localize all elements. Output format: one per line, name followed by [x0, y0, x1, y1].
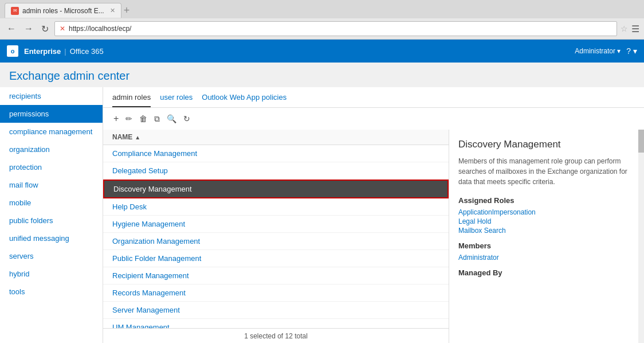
- address-bar-row: ← → ↻ ✕ https://localhost/ecp/ ☆ ☰: [0, 18, 644, 39]
- refresh-button[interactable]: ↻: [39, 22, 51, 36]
- tab-close-btn[interactable]: ✕: [110, 7, 115, 14]
- sort-arrow-icon: ▲: [135, 134, 140, 141]
- detail-panel: Discovery Management Members of this man…: [449, 130, 644, 343]
- main-layout: recipients permissions compliance manage…: [0, 87, 644, 343]
- content-area: admin roles user roles Outlook Web App p…: [103, 87, 644, 343]
- list-item[interactable]: Organization Management: [103, 233, 449, 250]
- app-body: Exchange admin center recipients permiss…: [0, 63, 644, 343]
- product-label: Office 365: [70, 47, 104, 56]
- assigned-role-item: Legal Hold: [458, 217, 635, 225]
- header-separator: |: [64, 47, 66, 56]
- header-right: Administrator ▾ ? ▾: [575, 46, 637, 56]
- lock-icon: ✕: [60, 25, 65, 33]
- list-item[interactable]: Server Management: [103, 302, 449, 319]
- tab-outlook-web-app-policies[interactable]: Outlook Web App policies: [202, 93, 286, 107]
- office-logo: o: [7, 45, 18, 57]
- detail-description: Members of this management role group ca…: [458, 156, 635, 187]
- list-item[interactable]: Hygiene Management: [103, 216, 449, 233]
- sidebar-item-mail-flow[interactable]: mail flow: [0, 176, 103, 194]
- browser-chrome: admin roles - Microsoft E... ✕ + ← → ↻ ✕…: [0, 0, 644, 40]
- list-item[interactable]: Compliance Management: [103, 145, 449, 162]
- tabs-bar: admin roles user roles Outlook Web App p…: [103, 87, 644, 108]
- sidebar-item-mobile[interactable]: mobile: [0, 194, 103, 212]
- tab-title: admin roles - Microsoft E...: [22, 7, 104, 15]
- new-tab-btn[interactable]: +: [124, 5, 130, 17]
- list-item[interactable]: Help Desk: [103, 198, 449, 216]
- brand-label: Enterprise: [24, 47, 61, 56]
- sidebar-item-servers[interactable]: servers: [0, 247, 103, 265]
- forward-button[interactable]: →: [22, 22, 36, 35]
- list-item[interactable]: Delegated Setup: [103, 162, 449, 180]
- help-button[interactable]: ? ▾: [626, 46, 637, 56]
- edit-button[interactable]: ✏: [124, 113, 133, 124]
- admin-menu-button[interactable]: Administrator ▾: [575, 47, 621, 55]
- refresh-list-button[interactable]: ↻: [182, 113, 191, 124]
- sidebar-item-permissions[interactable]: permissions: [0, 105, 103, 123]
- member-item: Administrator: [458, 254, 635, 262]
- sidebar-item-protection[interactable]: protection: [0, 158, 103, 176]
- members-heading: Members: [458, 241, 635, 250]
- sidebar-item-recipients[interactable]: recipients: [0, 87, 103, 105]
- url-display: https://localhost/ecp/: [69, 25, 612, 33]
- column-name-header: NAME: [112, 133, 132, 141]
- browser-menu-button[interactable]: ☰: [631, 24, 639, 34]
- add-button[interactable]: +: [112, 112, 120, 125]
- sidebar-item-public-folders[interactable]: public folders: [0, 212, 103, 229]
- list-item[interactable]: Records Management: [103, 284, 449, 302]
- detail-scrollbar-thumb: [638, 130, 644, 153]
- list-item[interactable]: Public Folder Management: [103, 250, 449, 267]
- toolbar: + ✏ 🗑 ⧉ 🔍 ↻: [103, 108, 644, 130]
- logo-text: o: [11, 48, 15, 54]
- tab-bar: admin roles - Microsoft E... ✕ +: [0, 0, 644, 18]
- list-item-selected[interactable]: Discovery Management: [103, 180, 449, 198]
- bookmark-button[interactable]: ☆: [621, 24, 628, 33]
- list-panel: NAME ▲ Compliance Management Delegated S…: [103, 130, 449, 343]
- detail-title: Discovery Management: [458, 139, 635, 150]
- tab-favicon: [11, 7, 19, 15]
- assigned-role-item: ApplicationImpersonation: [458, 208, 635, 216]
- sidebar-item-unified-messaging[interactable]: unified messaging: [0, 229, 103, 247]
- assigned-roles-heading: Assigned Roles: [458, 196, 635, 205]
- sidebar-item-organization[interactable]: organization: [0, 141, 103, 158]
- app-header: o Enterprise | Office 365 Administrator …: [0, 40, 644, 63]
- list-item[interactable]: Recipient Management: [103, 267, 449, 284]
- assigned-role-item: Mailbox Search: [458, 227, 635, 235]
- list-item[interactable]: UM Management: [103, 319, 449, 328]
- list-header: NAME ▲: [103, 130, 449, 145]
- delete-button[interactable]: 🗑: [138, 113, 148, 124]
- sidebar-item-compliance-management[interactable]: compliance management: [0, 123, 103, 141]
- tab-admin-roles[interactable]: admin roles: [112, 93, 151, 107]
- tab-user-roles[interactable]: user roles: [160, 93, 193, 107]
- browser-tab[interactable]: admin roles - Microsoft E... ✕: [5, 3, 121, 18]
- managed-by-heading: Managed By: [458, 268, 635, 277]
- list-footer: 1 selected of 12 total: [103, 328, 449, 343]
- detail-scrollbar[interactable]: [638, 130, 644, 343]
- list-body: Compliance Management Delegated Setup Di…: [103, 145, 449, 328]
- back-button[interactable]: ←: [5, 22, 18, 35]
- page-title: Exchange admin center: [0, 63, 644, 87]
- search-button[interactable]: 🔍: [166, 113, 178, 124]
- sidebar-item-tools[interactable]: tools: [0, 283, 103, 301]
- address-bar[interactable]: ✕ https://localhost/ecp/: [54, 21, 617, 36]
- copy-button[interactable]: ⧉: [153, 113, 161, 125]
- table-area: NAME ▲ Compliance Management Delegated S…: [103, 130, 644, 343]
- sidebar-item-hybrid[interactable]: hybrid: [0, 265, 103, 283]
- sidebar: recipients permissions compliance manage…: [0, 87, 103, 343]
